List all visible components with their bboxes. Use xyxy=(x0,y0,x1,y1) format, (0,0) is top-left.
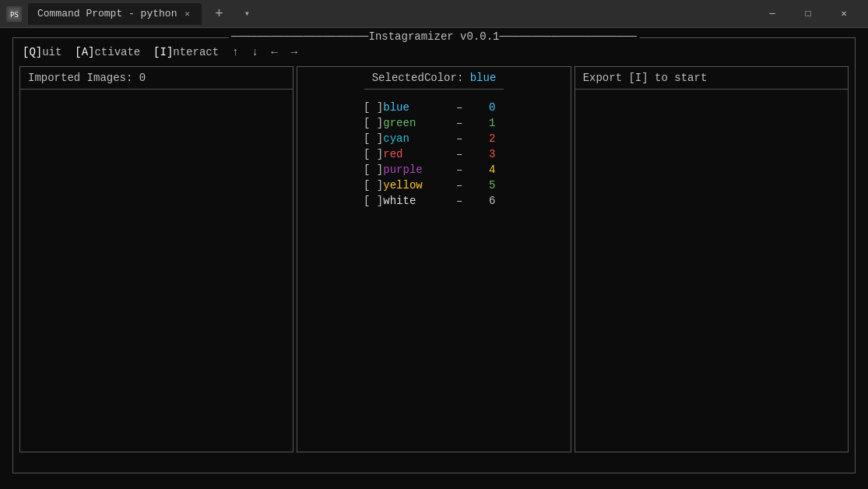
maximize-button[interactable]: □ xyxy=(790,0,826,28)
tab-close-button[interactable]: ✕ xyxy=(181,9,192,19)
toolbar: [Q]uit [A]ctivate [I]nteract ↑ ↓ ← → xyxy=(15,40,853,63)
right-panel-header: Export [I] to start xyxy=(575,67,848,90)
list-item: [ ]green – 1 xyxy=(364,116,504,130)
color-list: [ ]blue – 0[ ]green – 1[ ]cyan – 2[ ]red… xyxy=(364,96,504,213)
activate-key: [A] xyxy=(75,46,94,58)
color-name: white xyxy=(383,195,430,207)
color-dash: – xyxy=(430,195,489,207)
terminal: ─────────────────────Instagramizer v0.0.… xyxy=(0,28,868,489)
center-panel-header: SelectedColor: blue xyxy=(364,67,504,90)
bracket-open: [ ] xyxy=(364,148,383,160)
right-panel-body xyxy=(575,90,848,452)
panels-container: Imported Images: 0 SelectedColor: blue [… xyxy=(15,63,853,456)
bracket-open: [ ] xyxy=(364,117,383,129)
quit-label: uit xyxy=(42,46,75,58)
color-dash: – xyxy=(430,117,489,129)
color-name: purple xyxy=(383,164,430,176)
minimize-button[interactable]: — xyxy=(754,0,790,28)
close-button[interactable]: ✕ xyxy=(826,0,862,28)
color-number: 2 xyxy=(489,132,504,145)
title-bar: PS Command Prompt - python ✕ + ▾ — □ ✕ xyxy=(0,0,868,28)
arrow-down: ↓ xyxy=(251,46,271,58)
arrow-right: → xyxy=(291,46,297,58)
app-title: ─────────────────────Instagramizer v0.0.… xyxy=(228,30,640,43)
left-panel-header: Imported Images: 0 xyxy=(20,67,293,90)
interact-key: [I] xyxy=(153,46,173,58)
left-panel-body xyxy=(20,90,293,452)
color-number: 3 xyxy=(489,148,504,160)
bracket-open: [ ] xyxy=(364,164,383,176)
list-item: [ ]white – 6 xyxy=(364,194,504,208)
color-name: cyan xyxy=(383,132,430,145)
color-name: red xyxy=(383,148,430,160)
svg-text:PS: PS xyxy=(10,11,19,19)
arrow-up: ↑ xyxy=(232,46,251,58)
center-panel-body: [ ]blue – 0[ ]green – 1[ ]cyan – 2[ ]red… xyxy=(357,90,511,452)
bracket-open: [ ] xyxy=(364,101,383,114)
tab-label: Command Prompt - python xyxy=(37,8,177,19)
interact-label: nteract xyxy=(173,46,232,58)
center-panel: SelectedColor: blue [ ]blue – 0[ ]green … xyxy=(297,66,571,452)
list-item: [ ]purple – 4 xyxy=(364,163,504,177)
color-number: 5 xyxy=(489,179,504,192)
color-number: 6 xyxy=(489,195,504,207)
app-container: ─────────────────────Instagramizer v0.0.… xyxy=(12,37,856,473)
tab-dropdown-button[interactable]: ▾ xyxy=(236,3,258,25)
active-tab[interactable]: Command Prompt - python ✕ xyxy=(28,3,202,25)
list-item: [ ]yellow – 5 xyxy=(364,178,504,192)
color-number: 4 xyxy=(489,164,504,176)
color-dash: – xyxy=(430,132,489,145)
color-name: green xyxy=(383,117,430,129)
list-item: [ ]blue – 0 xyxy=(364,100,504,114)
color-dash: – xyxy=(430,148,489,160)
bracket-open: [ ] xyxy=(364,132,383,145)
arrow-left: ← xyxy=(271,46,290,58)
color-name: yellow xyxy=(383,179,430,192)
color-dash: – xyxy=(430,179,489,192)
selected-color-value: blue xyxy=(470,72,497,84)
left-panel: Imported Images: 0 xyxy=(19,66,293,452)
list-item: [ ]red – 3 xyxy=(364,147,504,161)
new-tab-button[interactable]: + xyxy=(208,3,230,25)
color-dash: – xyxy=(430,101,489,114)
app-icon: PS xyxy=(6,6,22,22)
bracket-open: [ ] xyxy=(364,195,383,207)
bracket-open: [ ] xyxy=(364,179,383,192)
quit-key: [Q] xyxy=(23,46,42,58)
window-controls: — □ ✕ xyxy=(754,0,862,28)
color-name: blue xyxy=(383,101,430,114)
list-item: [ ]cyan – 2 xyxy=(364,132,504,146)
color-dash: – xyxy=(430,164,489,176)
color-number: 0 xyxy=(489,101,504,114)
right-panel: Export [I] to start xyxy=(575,66,849,452)
activate-label: ctivate xyxy=(94,46,153,58)
color-number: 1 xyxy=(489,117,504,129)
